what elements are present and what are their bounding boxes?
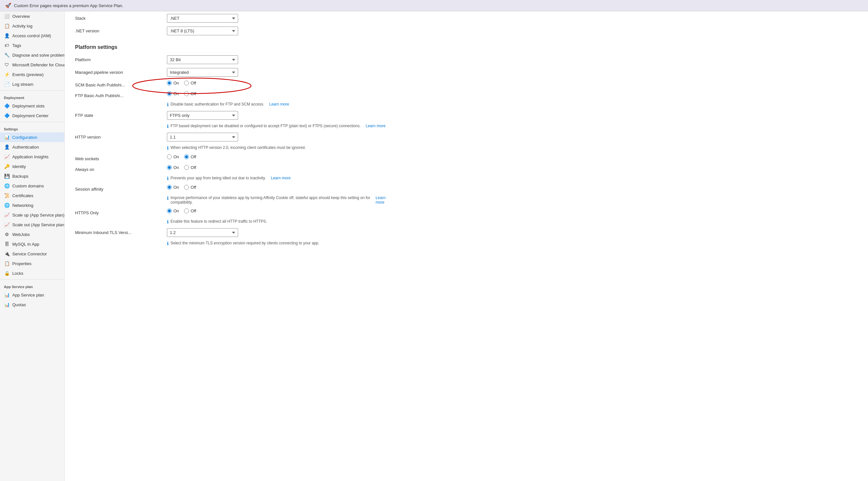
scm-control: On Off [167,81,329,86]
authentication-icon: 👤 [4,144,10,150]
sidebar-item-authentication[interactable]: 👤 Authentication [0,142,64,152]
web-sockets-off-label: Off [191,154,196,159]
scm-label: SCM Basic Auth Publishi... [75,81,159,87]
stack-select[interactable]: .NET Node Python Java PHP [167,14,238,23]
web-sockets-on-label: On [174,154,179,159]
web-sockets-on-option[interactable]: On [167,154,179,159]
ftp-on-radio[interactable] [167,91,172,96]
sidebar-label-tags: Tags [12,43,21,48]
sidebar-item-events[interactable]: ⚡ Events (preview) [0,69,64,79]
scm-row: SCM Basic Auth Publishi... On Off [75,81,858,87]
sidebar-label-backups: Backups [12,174,28,179]
scm-on-option[interactable]: On [167,81,179,86]
web-sockets-on-radio[interactable] [167,154,172,159]
session-affinity-off-radio[interactable] [184,185,189,190]
web-sockets-control: On Off [167,154,329,159]
ftp-info-text: Disable basic authentication for FTP and… [170,102,264,107]
web-sockets-off-option[interactable]: Off [184,154,196,159]
main-content: Stack .NET Node Python Java PHP .NET ver… [65,11,868,481]
dotnet-version-select[interactable]: .NET 8 (LTS) .NET 7 .NET 6 [167,27,238,35]
app-insights-icon: 📈 [4,154,10,159]
ftp-state-control: FTPS only FTP Disabled [167,111,329,120]
tags-icon: 🏷 [4,43,10,48]
ftp-state-learn-more-link[interactable]: Learn more [366,124,385,128]
https-only-on-radio[interactable] [167,208,172,213]
always-on-off-option[interactable]: Off [184,165,196,170]
events-icon: ⚡ [4,72,10,77]
managed-pipeline-select[interactable]: Integrated Classic [167,68,238,77]
sidebar-item-overview[interactable]: ⬜ Overview [0,11,64,21]
sidebar-item-certificates[interactable]: 📜 Certificates [0,191,64,200]
sidebar-label-access-control: Access control (IAM) [12,33,51,38]
sidebar-item-custom-domains[interactable]: 🌐 Custom domains [0,181,64,191]
sidebar-item-properties[interactable]: 📋 Properties [0,259,64,268]
scm-off-radio[interactable] [184,81,189,86]
https-only-on-option[interactable]: On [167,208,179,213]
sidebar-item-scale-up[interactable]: 📈 Scale up (App Service plan) [0,210,64,220]
sidebar-item-deployment-center[interactable]: 🔷 Deployment Center [0,111,64,120]
scm-on-radio[interactable] [167,81,172,86]
platform-select[interactable]: 32 Bit 64 Bit [167,55,238,64]
always-on-radio-group: On Off [167,165,329,170]
http-version-row: HTTP version 1.1 2.0 [75,133,858,142]
always-on-on-radio[interactable] [167,165,172,170]
ftp-off-radio[interactable] [184,91,189,96]
defender-icon: 🛡 [4,62,10,67]
ftp-on-label: On [174,91,179,96]
sidebar-item-log-stream[interactable]: 📄 Log stream [0,79,64,89]
rocket-icon: 🚀 [5,3,11,8]
sidebar-item-deployment-slots[interactable]: 🔷 Deployment slots [0,101,64,111]
sidebar-item-configuration[interactable]: 📊 Configuration [0,132,64,142]
scm-off-option[interactable]: Off [184,81,196,86]
sidebar: ⬜ Overview 📋 Activity log 👤 Access contr… [0,11,65,481]
sidebar-item-app-service-plan[interactable]: 📊 App Service plan [0,290,64,300]
sidebar-item-tags[interactable]: 🏷 Tags [0,40,64,50]
activity-log-icon: 📋 [4,23,10,29]
sidebar-item-networking[interactable]: 🌐 Networking [0,200,64,210]
web-sockets-label: Web sockets [75,154,159,161]
sidebar-item-app-insights[interactable]: 📈 Application Insights [0,152,64,161]
always-on-on-option[interactable]: On [167,165,179,170]
sidebar-item-access-control[interactable]: 👤 Access control (IAM) [0,31,64,40]
ftp-off-option[interactable]: Off [184,91,196,96]
sidebar-item-webjobs[interactable]: ⚙ WebJobs [0,230,64,239]
sidebar-item-backups[interactable]: 💾 Backups [0,171,64,181]
sidebar-label-deployment-slots: Deployment slots [12,103,44,109]
overview-icon: ⬜ [4,13,10,19]
min-tls-select[interactable]: 1.0 1.1 1.2 [167,228,238,237]
session-affinity-on-radio[interactable] [167,185,172,190]
sidebar-item-identity[interactable]: 🔑 Identity [0,161,64,171]
sidebar-item-diagnose[interactable]: 🔧 Diagnose and solve problems [0,50,64,60]
web-sockets-off-radio[interactable] [184,154,189,159]
session-affinity-on-option[interactable]: On [167,185,179,190]
sidebar-item-scale-out[interactable]: 📈 Scale out (App Service plan) [0,220,64,230]
webjobs-icon: ⚙ [4,232,10,237]
backups-icon: 💾 [4,174,10,179]
ftp-on-option[interactable]: On [167,91,179,96]
ftp-learn-more-link[interactable]: Learn more [269,102,289,107]
mysql-icon: 🗄 [4,241,10,247]
sidebar-label-mysql: MySQL In App [12,242,39,247]
ftp-state-select[interactable]: FTPS only FTP Disabled [167,111,238,120]
session-affinity-off-option[interactable]: Off [184,185,196,190]
always-on-learn-more-link[interactable]: Learn more [271,176,290,180]
sidebar-label-log-stream: Log stream [12,82,33,87]
always-on-info-row: ℹ Prevents your app from being idled out… [167,176,394,181]
http-version-select[interactable]: 1.1 2.0 [167,133,238,142]
ftp-info-icon: ℹ [167,102,168,107]
session-affinity-label: Session affinity [75,185,159,191]
sidebar-item-mysql[interactable]: 🗄 MySQL In App [0,239,64,249]
sidebar-label-app-insights: Application Insights [12,154,49,159]
sidebar-item-defender[interactable]: 🛡 Microsoft Defender for Cloud [0,60,64,69]
session-affinity-learn-more-link[interactable]: Learn more [376,196,394,205]
sidebar-item-locks[interactable]: 🔒 Locks [0,268,64,278]
configuration-icon: 📊 [4,134,10,140]
scm-on-label: On [174,81,179,86]
http-version-label: HTTP version [75,133,159,140]
https-only-off-option[interactable]: Off [184,208,196,213]
https-only-off-radio[interactable] [184,208,189,213]
sidebar-item-activity-log[interactable]: 📋 Activity log [0,21,64,31]
sidebar-item-service-connector[interactable]: 🔌 Service Connector [0,249,64,259]
sidebar-item-quotas[interactable]: 📊 Quotas [0,300,64,309]
always-on-off-radio[interactable] [184,165,189,170]
